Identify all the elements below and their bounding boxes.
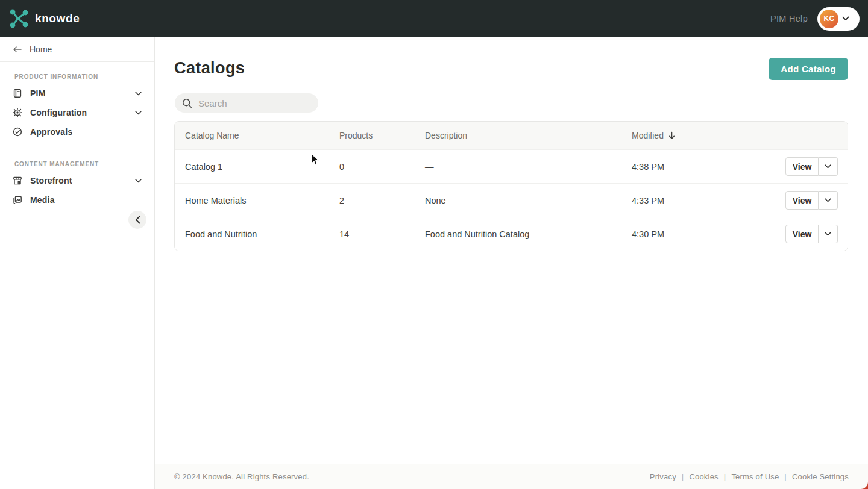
column-header-modified[interactable]: Modified [632, 131, 775, 140]
search-icon [182, 98, 192, 108]
back-arrow-icon [13, 46, 22, 53]
chevron-down-icon [135, 111, 142, 115]
journal-icon [13, 89, 22, 98]
sort-arrow-down-icon [668, 131, 676, 140]
user-menu[interactable]: KC [817, 7, 860, 31]
table-row[interactable]: Food and Nutrition 14 Food and Nutrition… [175, 217, 848, 251]
view-button[interactable]: View [785, 191, 819, 210]
section-content-management: CONTENT MANAGEMENT [14, 161, 154, 167]
view-split-button: View [785, 191, 838, 210]
chevron-down-icon [135, 92, 142, 96]
sidebar-item-label: PIM [30, 89, 46, 98]
sidebar-collapse-button[interactable] [128, 211, 146, 229]
catalog-name-cell: Home Materials [175, 196, 339, 205]
view-button[interactable]: View [785, 157, 819, 176]
catalog-name-cell: Catalog 1 [175, 162, 339, 172]
brand-name: knowde [35, 12, 80, 25]
description-cell: — [425, 162, 632, 172]
sidebar-item-label: Storefront [30, 176, 72, 185]
footer-link-terms-of-use[interactable]: Terms of Use [731, 472, 779, 481]
page-title: Catalogs [174, 59, 245, 78]
add-catalog-button[interactable]: Add Catalog [769, 58, 848, 80]
sidebar: Home PRODUCT INFORMATION PIM [0, 37, 155, 489]
sidebar-item-approvals[interactable]: Approvals [0, 122, 154, 142]
footer: © 2024 Knowde. All Rights Reserved. Priv… [155, 464, 868, 489]
media-icon [13, 195, 22, 205]
catalog-name-cell: Food and Nutrition [175, 229, 339, 239]
sidebar-item-storefront[interactable]: Storefront [0, 171, 154, 190]
modified-cell: 4:30 PM [632, 229, 775, 239]
sidebar-item-label: Media [30, 195, 55, 205]
footer-separator: | [784, 472, 787, 481]
catalogs-table: Catalog Name Products Description Modifi… [174, 121, 848, 251]
footer-separator: | [724, 472, 726, 481]
view-split-button: View [785, 225, 838, 243]
sidebar-back-label: Home [30, 45, 52, 54]
footer-link-cookies[interactable]: Cookies [689, 472, 718, 481]
products-cell: 14 [339, 229, 425, 239]
red-corner-artifact [861, 482, 868, 489]
table-row[interactable]: Catalog 1 0 — 4:38 PM View [175, 149, 848, 183]
column-header-description[interactable]: Description [425, 131, 632, 140]
pim-help-link[interactable]: PIM Help [770, 14, 808, 23]
copyright-text: © 2024 Knowde. All Rights Reserved. [174, 472, 309, 481]
column-header-products[interactable]: Products [339, 131, 425, 140]
sidebar-item-configuration[interactable]: Configuration [0, 103, 154, 122]
view-dropdown-button[interactable] [819, 157, 838, 176]
sidebar-item-label: Approvals [30, 127, 72, 137]
chevron-down-icon [135, 179, 142, 183]
sidebar-item-label: Configuration [30, 108, 87, 117]
footer-links: Privacy | Cookies | Terms of Use | Cooki… [650, 472, 849, 481]
section-product-information: PRODUCT INFORMATION [14, 73, 154, 80]
view-split-button: View [785, 157, 838, 176]
topbar: knowde PIM Help KC [0, 0, 868, 37]
chevron-down-icon [842, 16, 849, 21]
avatar: KC [820, 10, 838, 28]
table-header-row: Catalog Name Products Description Modifi… [175, 122, 848, 149]
knowde-logo-icon [8, 8, 30, 30]
storefront-icon [13, 176, 22, 185]
main-content: Catalogs Add Catalog Catalog Name Produc… [155, 37, 868, 489]
description-cell: None [425, 196, 632, 205]
gear-icon [13, 108, 22, 117]
search-bar[interactable] [175, 93, 318, 113]
column-header-catalog-name[interactable]: Catalog Name [175, 131, 339, 140]
table-row[interactable]: Home Materials 2 None 4:33 PM View [175, 183, 848, 217]
sidebar-back-home[interactable]: Home [0, 37, 154, 62]
description-cell: Food and Nutrition Catalog [425, 229, 632, 239]
search-input[interactable] [198, 98, 318, 108]
sidebar-item-media[interactable]: Media [0, 190, 154, 210]
sidebar-divider [0, 149, 154, 149]
table-body: Catalog 1 0 — 4:38 PM View Home Material… [175, 149, 848, 251]
modified-cell: 4:38 PM [632, 162, 775, 172]
footer-separator: | [682, 472, 684, 481]
footer-link-privacy[interactable]: Privacy [650, 472, 676, 481]
view-dropdown-button[interactable] [819, 225, 838, 243]
view-dropdown-button[interactable] [819, 191, 838, 210]
footer-link-cookie-settings[interactable]: Cookie Settings [792, 472, 849, 481]
modified-cell: 4:33 PM [632, 196, 775, 205]
sidebar-item-pim[interactable]: PIM [0, 84, 154, 103]
view-button[interactable]: View [785, 225, 819, 243]
brand-logo[interactable]: knowde [8, 8, 80, 30]
products-cell: 0 [339, 162, 425, 172]
products-cell: 2 [339, 196, 425, 205]
check-circle-icon [13, 127, 22, 137]
